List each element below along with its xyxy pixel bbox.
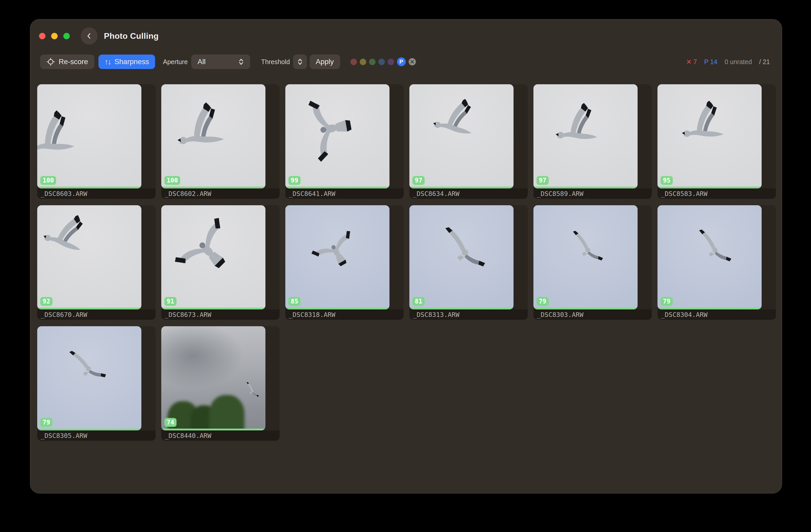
- photo-thumbnail[interactable]: 92: [37, 205, 141, 309]
- filter-dots: P: [350, 57, 416, 66]
- bird-silhouette: [243, 382, 261, 400]
- sharpness-underline: [161, 187, 265, 188]
- bird-silhouette: [694, 230, 733, 268]
- score-badge: 91: [164, 297, 177, 306]
- photo-card[interactable]: 81_DSC8313.ARW: [409, 205, 528, 320]
- photo-thumbnail[interactable]: 97: [409, 84, 514, 188]
- photo-card[interactable]: 97_DSC8634.ARW: [409, 84, 528, 199]
- photo-thumbnail[interactable]: 79: [533, 205, 638, 309]
- photo-card[interactable]: 85_DSC8318.ARW: [285, 205, 404, 320]
- back-button[interactable]: [81, 27, 98, 44]
- minimize-button[interactable]: [51, 33, 58, 39]
- bird-silhouette: [548, 102, 605, 159]
- score-badge: 100: [40, 176, 56, 185]
- photo-filename: _DSC8641.ARW: [289, 190, 335, 197]
- filter-dot-green[interactable]: [369, 59, 376, 65]
- filter-dot-purple[interactable]: [388, 59, 394, 65]
- rescore-button[interactable]: Re-score: [40, 55, 94, 69]
- sharpness-underline: [285, 187, 389, 188]
- threshold-stepper[interactable]: [293, 55, 307, 69]
- sharpness-underline: [161, 429, 265, 430]
- sort-arrows-icon: ↑↓: [105, 57, 111, 66]
- photo-thumbnail[interactable]: 99: [285, 84, 389, 188]
- page-title: Photo Culling: [104, 31, 159, 41]
- score-badge: 81: [412, 297, 425, 306]
- photo-card[interactable]: 95_DSC8583.ARW: [657, 84, 776, 199]
- bird-silhouette: [569, 231, 605, 267]
- sharpness-underline: [533, 187, 638, 188]
- unrated-count: 0 unrated: [725, 58, 752, 66]
- score-badge: 92: [40, 297, 52, 306]
- photo-card[interactable]: 97_DSC8589.ARW: [533, 84, 652, 199]
- photo-thumbnail[interactable]: 79: [657, 205, 762, 309]
- photo-thumbnail[interactable]: 100: [161, 84, 265, 188]
- titlebar: Photo Culling: [30, 19, 782, 52]
- photo-filename: _DSC8673.ARW: [165, 311, 211, 318]
- photo-card[interactable]: 100_DSC8602.ARW: [161, 84, 280, 199]
- score-badge: 95: [661, 176, 673, 185]
- score-badge: 85: [288, 297, 301, 306]
- score-badge: 74: [164, 418, 177, 427]
- photo-thumbnail[interactable]: 97: [533, 84, 638, 188]
- photo-card[interactable]: 100_DSC8603.ARW: [37, 84, 156, 199]
- card-footer: _DSC8305.ARW: [37, 430, 156, 441]
- photo-filename: _DSC8440.ARW: [165, 432, 211, 439]
- sort-button[interactable]: ↑↓ Sharpness: [98, 55, 155, 69]
- photo-thumbnail[interactable]: 79: [37, 326, 141, 430]
- score-badge: 79: [661, 297, 673, 306]
- photo-card[interactable]: 79_DSC8303.ARW: [533, 205, 652, 320]
- chevron-updown-icon: [297, 58, 303, 66]
- sharpness-underline: [657, 308, 762, 309]
- photo-thumbnail[interactable]: 91: [161, 205, 265, 309]
- aperture-select[interactable]: All: [191, 55, 250, 69]
- rescore-label: Re-score: [59, 58, 88, 66]
- photo-thumbnail[interactable]: 81: [409, 205, 514, 309]
- card-footer: _DSC8440.ARW: [161, 430, 280, 441]
- sharpness-underline: [409, 308, 514, 309]
- photo-card[interactable]: 74_DSC8440.ARW: [161, 326, 280, 441]
- score-badge: 99: [288, 176, 301, 185]
- filter-dot-blue[interactable]: [378, 59, 385, 65]
- filter-dot-red[interactable]: [350, 59, 357, 65]
- card-footer: _DSC8673.ARW: [161, 309, 280, 320]
- chevron-left-icon: [85, 32, 93, 40]
- filter-dot-yellow[interactable]: [360, 59, 366, 65]
- card-footer: _DSC8603.ARW: [37, 188, 156, 199]
- threshold-label: Threshold: [261, 58, 290, 66]
- apply-button[interactable]: Apply: [310, 55, 340, 69]
- sharpness-underline: [657, 187, 762, 188]
- close-button[interactable]: [39, 33, 45, 39]
- zoom-button[interactable]: [63, 33, 70, 39]
- photo-thumbnail[interactable]: 100: [37, 84, 141, 188]
- photo-card[interactable]: 79_DSC8304.ARW: [657, 205, 776, 320]
- bird-silhouette: [37, 206, 95, 269]
- photo-card[interactable]: 91_DSC8673.ARW: [161, 205, 280, 320]
- bird-silhouette: [65, 345, 110, 390]
- photo-thumbnail[interactable]: 95: [657, 84, 762, 188]
- photo-card[interactable]: 99_DSC8641.ARW: [285, 84, 404, 199]
- sharpness-underline: [409, 187, 514, 188]
- score-badge: 97: [537, 176, 549, 185]
- photo-filename: _DSC8304.ARW: [661, 311, 708, 318]
- bird-silhouette: [165, 208, 256, 299]
- photo-filename: _DSC8318.ARW: [289, 311, 335, 318]
- photo-card[interactable]: 92_DSC8670.ARW: [37, 205, 156, 320]
- bird-silhouette: [306, 222, 369, 286]
- card-footer: _DSC8641.ARW: [285, 188, 404, 199]
- sharpness-underline: [37, 429, 141, 430]
- photo-thumbnail[interactable]: 85: [285, 205, 389, 309]
- bird-silhouette: [673, 98, 732, 157]
- pick-filter-badge[interactable]: P: [397, 57, 406, 66]
- bird-silhouette: [165, 99, 234, 168]
- photo-filename: _DSC8603.ARW: [41, 190, 87, 197]
- photo-card[interactable]: 79_DSC8305.ARW: [37, 326, 156, 441]
- photo-filename: _DSC8305.ARW: [41, 432, 87, 439]
- score-badge: 79: [537, 297, 549, 306]
- sharpness-underline: [37, 187, 141, 188]
- clear-filter-button[interactable]: [409, 58, 416, 65]
- photo-thumbnail[interactable]: 74: [161, 326, 265, 430]
- card-footer: _DSC8634.ARW: [409, 188, 528, 199]
- photo-filename: _DSC8583.ARW: [661, 190, 708, 197]
- score-badge: 97: [412, 176, 425, 185]
- sort-label: Sharpness: [114, 58, 149, 66]
